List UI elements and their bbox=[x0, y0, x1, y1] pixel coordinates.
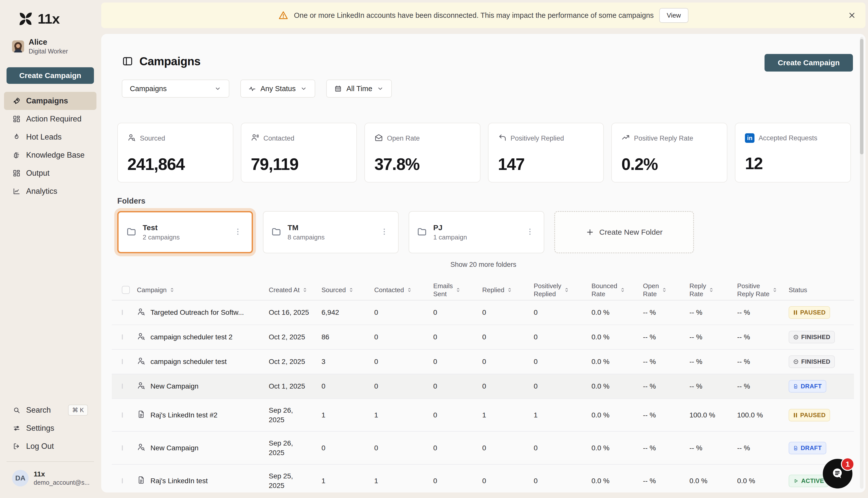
folder-name: PJ bbox=[433, 223, 467, 232]
sidebar-item-campaigns[interactable]: Campaigns bbox=[4, 92, 96, 110]
column-label: Created At bbox=[269, 286, 300, 294]
table-row[interactable]: campaign scheduler test Oct 2, 2025 3 0 … bbox=[112, 350, 854, 374]
stat-label: Positive Reply Rate bbox=[634, 134, 693, 142]
chat-widget-button[interactable]: 1 bbox=[823, 459, 852, 488]
status-label: FINISHED bbox=[801, 333, 830, 341]
folder-menu-icon[interactable] bbox=[378, 225, 391, 239]
panel-left-icon[interactable] bbox=[122, 55, 133, 67]
positively-replied-cell: 0 bbox=[534, 358, 592, 366]
app-logo: 11x bbox=[17, 11, 60, 27]
sidebar-item-settings[interactable]: Settings bbox=[4, 419, 96, 437]
sort-icon[interactable] bbox=[772, 287, 778, 293]
column-header[interactable]: Positive Reply Rate bbox=[737, 282, 789, 298]
scrollbar[interactable] bbox=[860, 37, 864, 489]
row-checkbox[interactable] bbox=[122, 412, 123, 418]
column-header[interactable]: Contacted bbox=[374, 286, 433, 294]
sort-icon[interactable] bbox=[348, 287, 354, 293]
digital-worker-chip[interactable]: Alice Digital Worker bbox=[12, 38, 68, 55]
create-campaign-button[interactable]: Create Campaign bbox=[765, 54, 853, 71]
sort-icon[interactable] bbox=[302, 287, 308, 293]
sourced-cell: 1 bbox=[322, 411, 374, 419]
nav-label: Search bbox=[26, 406, 51, 415]
sort-icon[interactable] bbox=[709, 287, 714, 293]
time-filter-dropdown[interactable]: All Time bbox=[326, 80, 392, 97]
campaign-name[interactable]: Raj's LinkedIn test #2 bbox=[151, 411, 218, 419]
sidebar-item-analytics[interactable]: Analytics bbox=[4, 182, 96, 200]
row-checkbox[interactable] bbox=[122, 478, 123, 483]
create-new-folder-button[interactable]: Create New Folder bbox=[554, 211, 694, 253]
table-row[interactable]: New Campaign Sep 26, 2025 0 0 0 0 0 0.0 … bbox=[112, 432, 854, 464]
table-row[interactable]: campaign scheduler test 2 Oct 2, 2025 86… bbox=[112, 325, 854, 350]
chevron-down-icon bbox=[300, 85, 307, 92]
select-all-checkbox[interactable] bbox=[122, 286, 130, 294]
positively-replied-cell: 1 bbox=[534, 411, 592, 419]
sort-icon[interactable] bbox=[455, 287, 461, 293]
banner-close-icon[interactable] bbox=[847, 10, 857, 20]
avatar bbox=[12, 40, 24, 52]
column-header[interactable]: Campaign bbox=[137, 286, 269, 294]
banner-view-button[interactable]: View bbox=[659, 8, 688, 23]
row-checkbox[interactable] bbox=[122, 383, 123, 389]
scrollbar-thumb[interactable] bbox=[860, 39, 864, 154]
sidebar-item-knowledge-base[interactable]: Knowledge Base bbox=[4, 146, 96, 164]
campaign-name[interactable]: New Campaign bbox=[151, 444, 198, 452]
sort-icon[interactable] bbox=[507, 287, 513, 293]
sidebar-item-output[interactable]: Output bbox=[4, 164, 96, 182]
column-header[interactable]: Replied bbox=[482, 286, 534, 294]
replied-cell: 0 bbox=[482, 309, 534, 316]
sidebar-divider bbox=[7, 461, 94, 462]
folder-menu-icon[interactable] bbox=[524, 225, 536, 239]
column-header[interactable]: Status bbox=[789, 286, 854, 294]
status-label: DRAFT bbox=[801, 383, 822, 390]
campaign-name[interactable]: Raj's LinkedIn test bbox=[151, 477, 208, 485]
stat-label: Contacted bbox=[263, 134, 294, 142]
campaign-name[interactable]: Targeted Outreach for Softw... bbox=[151, 309, 244, 316]
table-row[interactable]: Targeted Outreach for Softw... Oct 16, 2… bbox=[112, 300, 854, 325]
sort-icon[interactable] bbox=[662, 287, 667, 293]
search-shortcut-badge: ⌘ K bbox=[68, 405, 88, 416]
sidebar-create-campaign-button[interactable]: Create Campaign bbox=[7, 67, 94, 84]
column-header[interactable]: Sourced bbox=[322, 286, 374, 294]
stat-label: Accepted Requests bbox=[759, 134, 817, 142]
column-header[interactable]: Bounced Rate bbox=[592, 282, 643, 298]
account-switcher[interactable]: DA 11x demo_account@s... bbox=[12, 470, 90, 486]
folder-card[interactable]: Test 2 campaigns bbox=[117, 211, 253, 253]
folder-menu-icon[interactable] bbox=[232, 225, 244, 239]
sort-icon[interactable] bbox=[620, 287, 625, 293]
column-label: Emails Sent bbox=[433, 282, 453, 298]
table-row[interactable]: New Campaign Oct 1, 2025 0 0 0 0 0 0.0 %… bbox=[112, 374, 854, 399]
table-row[interactable]: Raj's LinkedIn test Sep 25, 2025 1 1 0 0… bbox=[112, 464, 854, 493]
campaign-type-dropdown[interactable]: Campaigns bbox=[122, 80, 229, 97]
show-more-folders-link[interactable]: Show 20 more folders bbox=[101, 261, 866, 268]
row-checkbox[interactable] bbox=[122, 335, 123, 340]
sidebar-item-search[interactable]: Search ⌘ K bbox=[4, 401, 96, 419]
created-at-cell: Oct 16, 2025 bbox=[269, 308, 322, 317]
campaign-type-icon bbox=[137, 381, 145, 392]
column-header[interactable]: Open Rate bbox=[643, 282, 689, 298]
emails-sent-cell: 0 bbox=[433, 358, 482, 366]
open-rate-cell: -- % bbox=[643, 477, 689, 485]
status-label: DRAFT bbox=[801, 445, 822, 451]
sort-icon[interactable] bbox=[406, 287, 412, 293]
sort-icon[interactable] bbox=[169, 287, 175, 293]
table-row[interactable]: Raj's LinkedIn test #2 Sep 26, 2025 1 1 … bbox=[112, 399, 854, 432]
row-checkbox[interactable] bbox=[122, 445, 123, 450]
column-header[interactable]: Positively Replied bbox=[534, 282, 592, 298]
column-header[interactable]: Reply Rate bbox=[689, 282, 737, 298]
sidebar-item-logout[interactable]: Log Out bbox=[4, 437, 96, 455]
sidebar-item-action-required[interactable]: Action Required bbox=[4, 110, 96, 128]
campaign-name[interactable]: campaign scheduler test bbox=[151, 358, 227, 366]
row-checkbox[interactable] bbox=[122, 310, 123, 315]
folder-card[interactable]: PJ 1 campaign bbox=[409, 211, 544, 253]
row-checkbox[interactable] bbox=[122, 359, 123, 364]
sidebar-item-hot-leads[interactable]: Hot Leads bbox=[4, 128, 96, 146]
campaign-name[interactable]: New Campaign bbox=[151, 382, 198, 390]
emails-sent-cell: 0 bbox=[433, 382, 482, 390]
column-header[interactable]: Emails Sent bbox=[433, 282, 482, 298]
sort-icon[interactable] bbox=[564, 287, 569, 293]
campaign-name[interactable]: campaign scheduler test 2 bbox=[151, 333, 233, 341]
created-at-cell: Sep 26, 2025 bbox=[269, 438, 322, 458]
folder-card[interactable]: TM 8 campaigns bbox=[263, 211, 399, 253]
status-filter-dropdown[interactable]: Any Status bbox=[241, 80, 315, 97]
column-header[interactable]: Created At bbox=[269, 286, 322, 294]
